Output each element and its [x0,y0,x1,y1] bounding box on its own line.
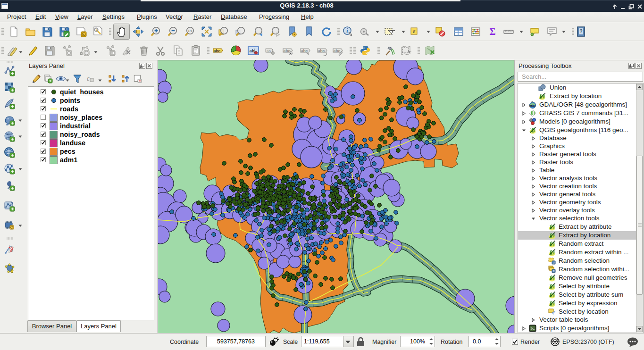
svg-text:ε: ε [87,75,90,82]
svg-text:1:1: 1:1 [188,29,192,33]
svg-text:abc: abc [214,49,221,53]
svg-text:abc: abc [334,49,341,53]
svg-text:ab: ab [267,49,271,53]
svg-text:?: ? [579,29,582,34]
svg-text:ε: ε [413,27,416,34]
svg-text:Σ: Σ [489,26,495,37]
svg-text:abc: abc [301,49,308,53]
svg-text:ab: ab [250,49,255,53]
svg-text:GDAL: GDAL [529,105,536,108]
